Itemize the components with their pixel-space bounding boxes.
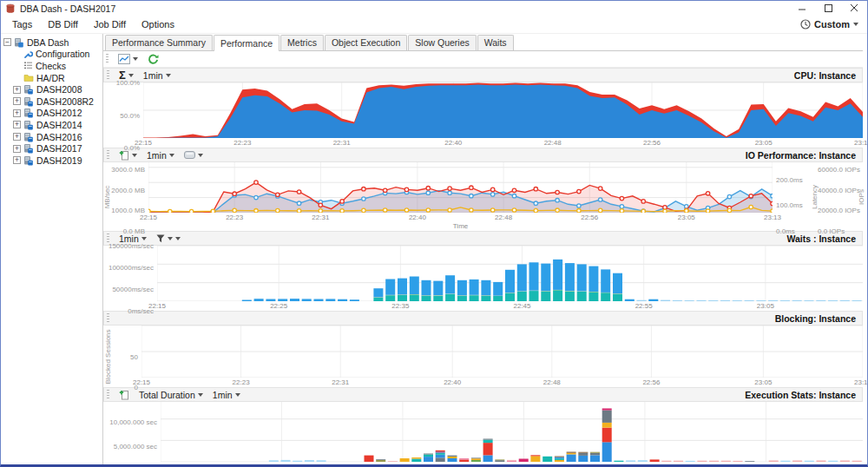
chevron-down-icon — [235, 393, 240, 397]
chevron-down-icon — [141, 237, 147, 240]
expand-icon[interactable]: + — [13, 156, 21, 164]
toolbar-grip — [106, 54, 108, 64]
x-tick-label: 22:23 — [233, 378, 250, 386]
tree-item-label: DASH2008R2 — [36, 96, 94, 107]
x-tick-label: 22:15 — [135, 139, 152, 147]
expand-icon[interactable]: + — [13, 121, 21, 128]
x-tick-label: 22:55 — [636, 463, 654, 467]
instance-icon — [23, 96, 34, 107]
tree-item-dash2017[interactable]: +DASH2017 — [1, 142, 102, 155]
filter-funnel-icon — [156, 234, 165, 243]
x-axis-title: Time — [453, 222, 468, 230]
clock-icon — [800, 19, 811, 30]
instance-icon — [23, 132, 34, 142]
waits-chart-canvas[interactable] — [157, 246, 863, 301]
minimize-button[interactable] — [789, 1, 815, 16]
tree-item-checks[interactable]: Checks — [1, 60, 102, 72]
time-range-button[interactable]: Custom — [800, 19, 858, 30]
io-right-axes: 200.0ms100.0ms0.0msLatency60000.0 IOPs40… — [773, 162, 863, 231]
maximize-button[interactable] — [815, 1, 841, 16]
io-disk-dropdown[interactable] — [182, 150, 205, 160]
tab-strip: Performance SummaryPerformanceMetricsObj… — [103, 36, 863, 51]
x-tick-label: 22:15 — [148, 302, 166, 310]
refresh-icon — [148, 54, 159, 65]
x-tick-label: 22:35 — [394, 463, 411, 467]
chevron-down-icon — [175, 237, 181, 240]
tree-item-label: DASH2017 — [36, 143, 82, 154]
exec-metric-dropdown[interactable]: Total Duration — [137, 389, 205, 401]
y-tick-label: 2000.0 MB — [111, 186, 145, 194]
cpu-x-axis: 22:1522:2322:3122:4022:4822:5623:0523:13 — [143, 138, 863, 148]
tree-item-dash2016[interactable]: +DASH2016 — [1, 131, 102, 143]
waits-panel-header: 1min Waits : Instance — [103, 231, 863, 246]
io-chart-canvas[interactable] — [148, 162, 773, 213]
expand-icon[interactable]: + — [13, 133, 21, 141]
panel-grip — [107, 313, 109, 324]
tree-item-configuration[interactable]: Configuration — [1, 49, 102, 61]
waits-filter-button[interactable] — [155, 234, 182, 244]
exec-interval-dropdown[interactable]: 1min — [211, 389, 242, 401]
tree-item-label: HA/DR — [36, 73, 65, 83]
y-tick-label: 3000.0 MB — [111, 165, 145, 173]
tree-item-label: DASH2014 — [36, 120, 82, 130]
cpu-interval-dropdown[interactable]: 1min — [141, 69, 173, 82]
cpu-chart-canvas[interactable] — [143, 82, 863, 138]
x-tick-label: 22:55 — [635, 302, 653, 310]
blocking-chart-canvas[interactable] — [141, 326, 863, 378]
y-tick-label: 100000ms/sec — [108, 264, 154, 272]
exec-y-axis: 10,000.000 sec5,000.000 sec0.000 sec — [103, 402, 161, 467]
tab-waits[interactable]: Waits — [477, 35, 514, 50]
tab-performance-summary[interactable]: Performance Summary — [105, 35, 213, 50]
menu-options[interactable]: Options — [134, 16, 182, 32]
tab-metrics[interactable]: Metrics — [280, 35, 324, 50]
exec-x-axis: 22:1522:2522:3522:4522:5523:05 — [161, 462, 863, 467]
tree-item-dash2012[interactable]: +DASH2012 — [1, 108, 102, 120]
right-tick-label: 20000.0 IOPs — [818, 207, 860, 214]
close-button[interactable] — [841, 1, 867, 16]
server-icon — [14, 37, 24, 48]
tree-item-dash2008r2[interactable]: +DASH2008R2 — [1, 95, 102, 108]
tree-item-label: Checks — [36, 61, 66, 71]
chart-options-button[interactable] — [116, 53, 140, 65]
refresh-button[interactable] — [146, 53, 161, 66]
wrench-icon — [23, 49, 33, 59]
menu-db-diff[interactable]: DB Diff — [40, 16, 86, 32]
expand-icon[interactable]: + — [13, 145, 21, 153]
y-tick-label: 10,000.000 sec — [109, 418, 157, 425]
right-tick-label: 100.0ms — [776, 201, 803, 209]
tree-item-dba-dash[interactable]: −DBA Dash — [1, 36, 102, 49]
instance-icon — [23, 108, 34, 118]
tree-item-label: DASH2008 — [36, 84, 82, 95]
menu-job-diff[interactable]: Job Diff — [86, 16, 134, 32]
tab-performance[interactable]: Performance — [214, 35, 279, 51]
cpu-panel: Σ 1min CPU: Instance 100.0%50.0%0.0% — [103, 68, 863, 148]
expand-icon[interactable]: + — [13, 97, 21, 105]
waits-chart — [157, 246, 863, 301]
tree-item-ha-dr[interactable]: HA/DR — [1, 72, 102, 84]
chevron-down-icon — [166, 74, 171, 77]
x-tick-label: 23:05 — [757, 302, 774, 310]
blocking-chart — [141, 326, 863, 378]
y-tick-label: 50 — [130, 352, 138, 360]
expand-icon[interactable]: + — [13, 109, 21, 117]
x-tick-label: 22:56 — [643, 139, 661, 147]
menu-tags[interactable]: Tags — [4, 16, 40, 32]
x-tick-label: 23:05 — [755, 139, 773, 147]
x-tick-label: 22:15 — [152, 463, 169, 467]
io-interval-dropdown[interactable]: 1min — [145, 149, 176, 161]
x-tick-label: 22:48 — [543, 378, 561, 386]
right-tick-label: 0.0 IOPs — [818, 227, 845, 235]
tree-item-dash2008[interactable]: +DASH2008 — [1, 83, 102, 95]
tab-slow-queries[interactable]: Slow Queries — [408, 35, 476, 50]
tree-item-dash2019[interactable]: +DASH2019 — [1, 155, 102, 167]
exec-counters-button[interactable] — [117, 389, 131, 401]
chevron-down-icon — [169, 154, 174, 157]
tab-object-execution[interactable]: Object Execution — [325, 35, 407, 50]
tree-item-dash2014[interactable]: +DASH2014 — [1, 119, 102, 131]
tree-item-label: Configuration — [36, 49, 89, 59]
expand-icon[interactable]: + — [13, 86, 21, 94]
exec-chart-canvas[interactable] — [161, 402, 863, 462]
right-tick-label: 200.0ms — [776, 175, 803, 183]
collapse-icon[interactable]: − — [3, 38, 11, 46]
x-tick-label: 22:40 — [444, 139, 462, 147]
